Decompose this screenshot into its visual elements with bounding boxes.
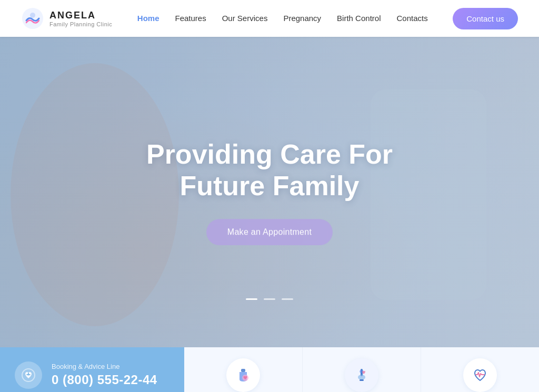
bottom-bar: Booking & Advice Line 0 (800) 555-22-44 (0, 347, 539, 392)
nav-item-contacts[interactable]: Contacts (396, 14, 427, 23)
logo-subtitle: Family Planning Clinic (49, 21, 112, 27)
icon-cards (184, 347, 539, 392)
slider-dot-3[interactable] (282, 298, 293, 300)
logo: ANGELA Family Planning Clinic (21, 7, 112, 30)
nav-item-services[interactable]: Our Services (222, 14, 268, 23)
contact-us-button[interactable]: Contact us (453, 8, 518, 29)
nav-link-pregnancy[interactable]: Pregnancy (283, 14, 321, 23)
medicine-icon (234, 366, 253, 385)
nav-item-pregnancy[interactable]: Pregnancy (283, 14, 321, 23)
phone-number: 0 (800) 555-22-44 (52, 373, 157, 387)
nav-item-features[interactable]: Features (175, 14, 206, 23)
heartbeat-icon (471, 366, 490, 385)
phone-icon-circle (15, 361, 42, 389)
medicine-icon-circle (226, 358, 260, 392)
navbar: ANGELA Family Planning Clinic Home Featu… (0, 0, 539, 37)
icon-card-lab[interactable] (303, 347, 421, 392)
icon-card-heartbeat[interactable] (421, 347, 539, 392)
hero-content: Providing Care For Future Family Make an… (112, 139, 427, 245)
nav-link-contacts[interactable]: Contacts (396, 14, 427, 23)
nav-link-birthcontrol[interactable]: Birth Control (337, 14, 381, 23)
logo-title: ANGELA (49, 10, 112, 21)
lab-icon (352, 366, 371, 385)
phone-text: Booking & Advice Line 0 (800) 555-22-44 (52, 363, 157, 387)
svg-rect-7 (241, 369, 245, 372)
slider-dot-1[interactable] (246, 298, 257, 300)
nav-link-services[interactable]: Our Services (222, 14, 268, 23)
icon-card-medicine[interactable] (184, 347, 303, 392)
phone-medical-icon (21, 368, 36, 383)
make-appointment-button[interactable]: Make an Appointment (206, 219, 333, 245)
phone-block: Booking & Advice Line 0 (800) 555-22-44 (0, 347, 184, 392)
logo-text: ANGELA Family Planning Clinic (49, 10, 112, 27)
nav-links: Home Features Our Services Pregnancy Bir… (137, 14, 428, 23)
heartbeat-icon-circle (463, 358, 497, 392)
svg-point-10 (358, 375, 365, 380)
hero-section: Providing Care For Future Family Make an… (0, 37, 539, 347)
nav-item-birthcontrol[interactable]: Birth Control (337, 14, 381, 23)
hero-title: Providing Care For Future Family (112, 139, 427, 202)
slider-dot-2[interactable] (264, 298, 275, 300)
hero-title-line1: Providing Care For (146, 139, 393, 169)
nav-link-home[interactable]: Home (137, 14, 159, 23)
svg-rect-6 (27, 374, 31, 375)
svg-point-1 (30, 13, 35, 18)
nav-link-features[interactable]: Features (175, 14, 206, 23)
svg-rect-11 (360, 379, 364, 381)
phone-label: Booking & Advice Line (52, 363, 157, 370)
lab-icon-circle (345, 358, 378, 392)
nav-item-home[interactable]: Home (137, 14, 159, 23)
logo-icon (21, 7, 44, 30)
hero-title-line2: Future Family (180, 170, 360, 201)
slider-dots (246, 298, 293, 300)
